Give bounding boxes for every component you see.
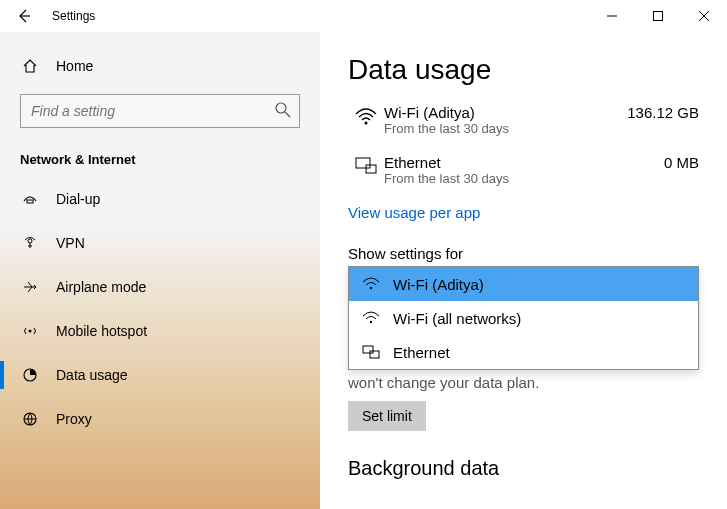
svg-rect-12 (363, 346, 373, 353)
svg-point-11 (370, 321, 372, 323)
hotspot-icon (20, 323, 40, 339)
background-data-title: Background data (348, 457, 699, 480)
sidebar-item-label: Proxy (56, 411, 92, 427)
wifi-icon (359, 311, 383, 325)
usage-value: 136.12 GB (627, 104, 699, 121)
dropdown-item-ethernet[interactable]: Ethernet (349, 335, 698, 369)
usage-row-wifi: Wi-Fi (Aditya) From the last 30 days 136… (348, 104, 699, 136)
window-controls (589, 0, 727, 32)
home-label: Home (56, 58, 93, 74)
sidebar-item-label: VPN (56, 235, 85, 251)
usage-sub: From the last 30 days (384, 121, 627, 136)
home-nav[interactable]: Home (16, 44, 304, 88)
usage-row-ethernet: Ethernet From the last 30 days 0 MB (348, 154, 699, 186)
show-settings-label: Show settings for (348, 245, 699, 262)
svg-rect-0 (654, 12, 663, 21)
dialup-icon (20, 191, 40, 207)
main: Home Network & Internet Dial-up VPN Airp… (0, 32, 727, 509)
vpn-icon (20, 235, 40, 251)
ethernet-icon (359, 345, 383, 359)
section-header: Network & Internet (16, 138, 304, 177)
wifi-icon (348, 104, 384, 126)
usage-name: Wi-Fi (Aditya) (384, 104, 627, 121)
sidebar-item-label: Data usage (56, 367, 128, 383)
svg-point-7 (365, 122, 368, 125)
ethernet-icon (348, 154, 384, 176)
minimize-icon (607, 11, 617, 21)
home-icon (20, 58, 40, 74)
close-icon (699, 11, 709, 21)
titlebar: Settings (0, 0, 727, 32)
dropdown-item-label: Wi-Fi (all networks) (393, 310, 521, 327)
sidebar: Home Network & Internet Dial-up VPN Airp… (0, 32, 320, 509)
search-wrap (20, 94, 300, 128)
svg-point-3 (28, 239, 32, 243)
show-settings-dropdown[interactable]: Wi-Fi (Aditya) Wi-Fi (all networks) Ethe… (348, 266, 699, 370)
window-title: Settings (48, 9, 95, 23)
back-arrow-icon (16, 8, 32, 24)
dropdown-item-label: Wi-Fi (Aditya) (393, 276, 484, 293)
svg-rect-8 (356, 158, 370, 168)
minimize-button[interactable] (589, 0, 635, 32)
sidebar-item-airplane[interactable]: Airplane mode (16, 265, 304, 309)
plan-note: won't change your data plan. (348, 374, 699, 391)
svg-rect-9 (366, 165, 376, 173)
dropdown-item-wifi-aditya[interactable]: Wi-Fi (Aditya) (349, 267, 698, 301)
maximize-icon (653, 11, 663, 21)
svg-point-1 (276, 103, 286, 113)
view-usage-link[interactable]: View usage per app (348, 204, 480, 221)
sidebar-item-datausage[interactable]: Data usage (16, 353, 304, 397)
svg-rect-2 (27, 200, 33, 203)
dropdown-item-wifi-all[interactable]: Wi-Fi (all networks) (349, 301, 698, 335)
datausage-icon (20, 367, 40, 383)
sidebar-item-label: Airplane mode (56, 279, 146, 295)
usage-name: Ethernet (384, 154, 664, 171)
maximize-button[interactable] (635, 0, 681, 32)
wifi-icon (359, 277, 383, 291)
sidebar-item-dialup[interactable]: Dial-up (16, 177, 304, 221)
sidebar-item-label: Dial-up (56, 191, 100, 207)
svg-point-10 (370, 287, 372, 289)
svg-rect-13 (370, 351, 379, 358)
airplane-icon (20, 279, 40, 295)
search-input[interactable] (20, 94, 300, 128)
close-button[interactable] (681, 0, 727, 32)
sidebar-item-hotspot[interactable]: Mobile hotspot (16, 309, 304, 353)
search-icon (274, 101, 292, 119)
usage-sub: From the last 30 days (384, 171, 664, 186)
sidebar-item-proxy[interactable]: Proxy (16, 397, 304, 441)
svg-point-4 (29, 330, 32, 333)
page-title: Data usage (348, 54, 699, 86)
content: Data usage Wi-Fi (Aditya) From the last … (320, 32, 727, 509)
back-button[interactable] (0, 0, 48, 32)
sidebar-item-vpn[interactable]: VPN (16, 221, 304, 265)
dropdown-item-label: Ethernet (393, 344, 450, 361)
usage-value: 0 MB (664, 154, 699, 171)
proxy-icon (20, 411, 40, 427)
sidebar-item-label: Mobile hotspot (56, 323, 147, 339)
set-limit-button[interactable]: Set limit (348, 401, 426, 431)
